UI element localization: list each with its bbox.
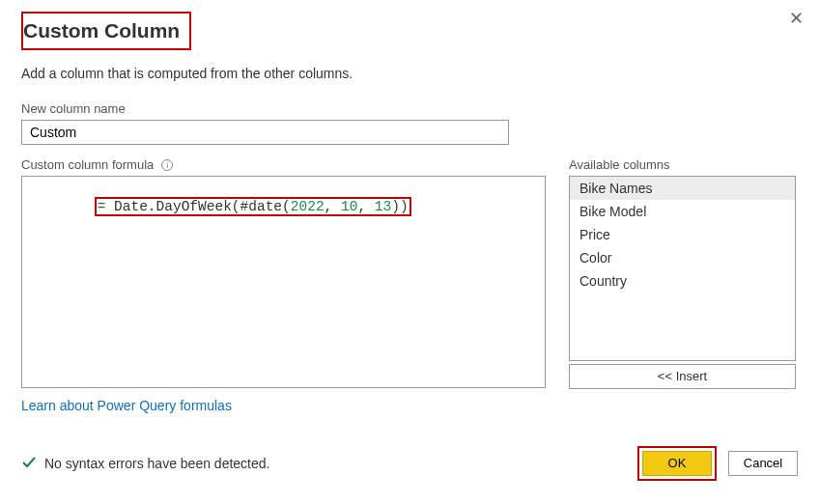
ok-highlight: OK (637, 446, 717, 481)
name-label: New column name (21, 101, 126, 116)
formula-sep2: , (357, 199, 374, 214)
formula-editor[interactable]: = Date.DayOfWeek(#date(2022, 10, 13)) (21, 176, 546, 388)
formula-close1: ) (400, 199, 409, 214)
formula-n3: 13 (375, 199, 391, 214)
status-text: No syntax errors have been detected. (44, 456, 269, 471)
formula-eq: = (98, 199, 114, 214)
list-item[interactable]: Country (570, 269, 795, 293)
available-label: Available columns (569, 157, 670, 172)
close-icon[interactable]: ✕ (789, 8, 804, 29)
formula-open1: ( (232, 199, 240, 214)
formula-close2: ) (391, 199, 400, 214)
formula-sep1: , (325, 199, 341, 214)
dialog-subtitle: Add a column that is computed from the o… (21, 66, 798, 81)
formula-open2: ( (282, 199, 291, 214)
list-item[interactable]: Bike Names (570, 177, 795, 200)
formula-fn: Date.DayOfWeek (114, 199, 232, 214)
status-row: No syntax errors have been detected. (21, 455, 269, 473)
info-icon[interactable]: i (161, 159, 173, 171)
learn-link[interactable]: Learn about Power Query formulas (21, 398, 232, 413)
cancel-button[interactable]: Cancel (728, 451, 798, 476)
list-item[interactable]: Bike Model (570, 200, 795, 223)
formula-n2: 10 (341, 199, 357, 214)
list-item[interactable]: Color (570, 246, 795, 269)
column-name-input[interactable] (21, 120, 509, 145)
ok-button[interactable]: OK (642, 451, 712, 476)
formula-n1: 2022 (291, 199, 325, 214)
formula-highlight: = Date.DayOfWeek(#date(2022, 10, 13)) (95, 197, 411, 216)
available-columns-list[interactable]: Bike Names Bike Model Price Color Countr… (569, 176, 796, 361)
insert-button[interactable]: << Insert (569, 364, 796, 389)
list-item[interactable]: Price (570, 223, 795, 246)
check-icon (21, 455, 37, 473)
dialog-title: Custom Column (14, 14, 189, 48)
formula-hash: #date (240, 199, 283, 214)
formula-label: Custom column formula (21, 157, 154, 172)
title-highlight: Custom Column (21, 12, 191, 50)
